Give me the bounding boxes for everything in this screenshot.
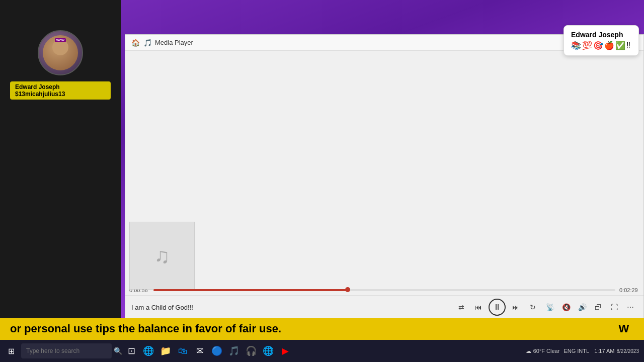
prev-button[interactable]: ⏮	[471, 300, 486, 314]
taskbar-store[interactable]: 🛍	[175, 343, 191, 359]
home-icon[interactable]: 🏠	[129, 37, 141, 49]
avatar	[38, 30, 83, 75]
fullscreen-button[interactable]: ⛶	[607, 300, 621, 314]
taskbar-system-tray: ☁ 60°F Clear ENG INTL 1:17 AM 8/22/2023	[526, 348, 642, 354]
taskbar-spotify[interactable]: 🎧	[243, 343, 259, 359]
repeat-button[interactable]: ↻	[526, 300, 540, 314]
sidebar-profile: Edward Joseph $13micahjulius13	[0, 0, 121, 110]
avatar-figure	[43, 35, 78, 70]
pip-button[interactable]: 🗗	[591, 300, 605, 314]
window-title: Media Player	[155, 39, 193, 46]
weather-label: ☁	[526, 348, 531, 354]
media-player-window: 🏠 🎵 Media Player ♫ 0:00:56 0:02:29 I am …	[125, 34, 644, 319]
ticker-right: W	[604, 318, 644, 340]
sidebar-username: Edward Joseph $13micahjulius13	[10, 81, 111, 100]
taskbar-task-view[interactable]: ⊡	[123, 343, 139, 359]
taskbar-chrome[interactable]: 🔵	[209, 343, 225, 359]
shuffle-button[interactable]: ⇄	[454, 300, 468, 314]
taskbar: ⊞ 🔍 ⊡ 🌐 📁 🛍 ✉ 🔵 🎵 🎧 🌐 ▶ ☁ 60°F Clear ENG…	[0, 340, 644, 362]
album-art: ♫	[129, 222, 195, 290]
more-button[interactable]: ⋯	[623, 300, 637, 314]
progress-track[interactable]	[153, 289, 615, 291]
progress-fill	[153, 289, 348, 291]
date-label: 8/22/2023	[617, 348, 639, 354]
taskbar-chrome2[interactable]: 🌐	[260, 343, 276, 359]
search-input[interactable]	[21, 343, 112, 358]
language-label: ENG INTL	[564, 348, 589, 354]
time-label: 1:17 AM	[594, 348, 614, 354]
mute-button[interactable]: 🔇	[559, 300, 573, 314]
taskbar-edge[interactable]: 🌐	[140, 343, 156, 359]
window-content: ♫	[125, 51, 643, 285]
volume-button[interactable]: 🔊	[575, 300, 589, 314]
total-time-label: 0:02:29	[619, 287, 639, 293]
pause-button[interactable]: ⏸	[489, 299, 506, 316]
start-button[interactable]: ⊞	[2, 342, 20, 360]
mention-card: Edward Joseph 📚💯🎯🍎✅‼️	[564, 25, 639, 56]
song-title: I am a Child of God!!!	[131, 304, 452, 311]
cast-button[interactable]: 📡	[543, 300, 557, 314]
left-sidebar: Edward Joseph $13micahjulius13	[0, 0, 121, 322]
next-button[interactable]: ⏭	[509, 300, 523, 314]
music-note-icon: ♫	[154, 244, 170, 268]
controls-right: 🔇 🔊 🗗 ⛶ ⋯	[559, 300, 637, 314]
ticker-bar: or personal use tips the balance in favo…	[0, 318, 644, 340]
taskbar-explorer[interactable]: 📁	[157, 343, 174, 359]
taskbar-tiktok[interactable]: 🎵	[226, 343, 242, 359]
media-player-icon: 🎵	[143, 39, 152, 47]
temp-label: 60°F Clear	[533, 348, 560, 354]
taskbar-youtube[interactable]: ▶	[277, 343, 293, 359]
controls-bar: I am a Child of God!!! ⇄ ⏮ ⏸ ⏭ ↻ 📡 🔇 🔊 🗗…	[125, 295, 643, 319]
mention-emojis: 📚💯🎯🍎✅‼️	[571, 41, 631, 50]
progress-thumb	[345, 287, 350, 292]
controls-center: ⇄ ⏮ ⏸ ⏭ ↻ 📡	[454, 299, 557, 316]
mention-name: Edward Joseph	[571, 31, 631, 39]
progress-area: 0:00:56 0:02:29	[125, 285, 643, 295]
ticker-text: or personal use tips the balance in favo…	[0, 322, 281, 335]
progress-bar-container: 0:00:56 0:02:29	[129, 287, 639, 293]
taskbar-mail[interactable]: ✉	[192, 343, 208, 359]
